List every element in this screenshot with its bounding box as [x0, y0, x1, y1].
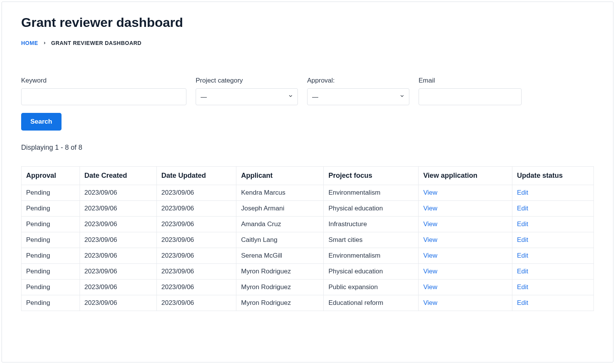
cell-approval: Pending [22, 264, 80, 280]
cell-project-focus: Public expansion [324, 280, 419, 295]
cell-view: View [419, 217, 512, 232]
results-summary: Displaying 1 - 8 of 8 [21, 144, 594, 152]
table-row: Pending2023/09/062023/09/06Amanda CruzIn… [22, 217, 594, 232]
col-project-focus: Project focus [324, 167, 419, 185]
cell-update: Edit [512, 201, 594, 217]
cell-applicant: Caitlyn Lang [236, 232, 324, 248]
edit-link[interactable]: Edit [517, 283, 528, 291]
cell-date-created: 2023/09/06 [80, 201, 156, 217]
edit-link[interactable]: Edit [517, 205, 528, 212]
applications-table: Approval Date Created Date Updated Appli… [21, 166, 594, 311]
col-approval: Approval [22, 167, 80, 185]
cell-date-updated: 2023/09/06 [156, 201, 236, 217]
view-link[interactable]: View [423, 283, 437, 291]
filter-approval: Approval: — [307, 77, 409, 105]
cell-project-focus: Physical education [324, 264, 419, 280]
cell-project-focus: Physical education [324, 201, 419, 217]
view-link[interactable]: View [423, 252, 437, 259]
cell-date-created: 2023/09/06 [80, 280, 156, 295]
filter-keyword: Keyword [21, 77, 186, 105]
cell-project-focus: Educational reform [324, 295, 419, 311]
cell-applicant: Kendra Marcus [236, 185, 324, 201]
cell-approval: Pending [22, 248, 80, 264]
table-row: Pending2023/09/062023/09/06Myron Rodrigu… [22, 264, 594, 280]
table-row: Pending2023/09/062023/09/06Serena McGill… [22, 248, 594, 264]
table-row: Pending2023/09/062023/09/06Joseph Armani… [22, 201, 594, 217]
cell-date-created: 2023/09/06 [80, 295, 156, 311]
edit-link[interactable]: Edit [517, 268, 528, 275]
cell-approval: Pending [22, 232, 80, 248]
cell-applicant: Myron Rodriguez [236, 280, 324, 295]
keyword-input[interactable] [21, 88, 186, 105]
view-link[interactable]: View [423, 189, 437, 196]
chevron-right-icon [43, 40, 47, 46]
filter-email: Email [419, 77, 522, 105]
cell-update: Edit [512, 185, 594, 201]
cell-approval: Pending [22, 201, 80, 217]
cell-view: View [419, 248, 512, 264]
edit-link[interactable]: Edit [517, 252, 528, 259]
cell-date-created: 2023/09/06 [80, 185, 156, 201]
breadcrumb-home[interactable]: Home [21, 40, 38, 46]
cell-date-updated: 2023/09/06 [156, 232, 236, 248]
cell-update: Edit [512, 295, 594, 311]
cell-update: Edit [512, 280, 594, 295]
edit-link[interactable]: Edit [517, 299, 528, 306]
cell-date-updated: 2023/09/06 [156, 280, 236, 295]
cell-approval: Pending [22, 217, 80, 232]
cell-applicant: Amanda Cruz [236, 217, 324, 232]
col-applicant: Applicant [236, 167, 324, 185]
email-label: Email [419, 77, 522, 84]
cell-date-created: 2023/09/06 [80, 217, 156, 232]
cell-date-updated: 2023/09/06 [156, 248, 236, 264]
cell-approval: Pending [22, 295, 80, 311]
cell-date-created: 2023/09/06 [80, 248, 156, 264]
table-header-row: Approval Date Created Date Updated Appli… [22, 167, 594, 185]
view-link[interactable]: View [423, 236, 437, 243]
filter-row: Keyword Project category — Approval: — [21, 77, 594, 105]
edit-link[interactable]: Edit [517, 220, 528, 228]
cell-applicant: Myron Rodriguez [236, 295, 324, 311]
approval-label: Approval: [307, 77, 409, 84]
cell-update: Edit [512, 248, 594, 264]
view-link[interactable]: View [423, 268, 437, 275]
breadcrumb-current: Grant reviewer dashboard [51, 40, 141, 46]
edit-link[interactable]: Edit [517, 236, 528, 243]
col-date-updated: Date Updated [156, 167, 236, 185]
approval-select[interactable]: — [307, 88, 409, 105]
view-link[interactable]: View [423, 299, 437, 306]
filter-project-category: Project category — [196, 77, 298, 105]
cell-applicant: Myron Rodriguez [236, 264, 324, 280]
email-input[interactable] [419, 88, 522, 105]
breadcrumb: Home Grant reviewer dashboard [21, 40, 594, 46]
table-row: Pending2023/09/062023/09/06Myron Rodrigu… [22, 280, 594, 295]
cell-date-updated: 2023/09/06 [156, 185, 236, 201]
cell-view: View [419, 295, 512, 311]
cell-project-focus: Infrastructure [324, 217, 419, 232]
table-row: Pending2023/09/062023/09/06Kendra Marcus… [22, 185, 594, 201]
cell-date-updated: 2023/09/06 [156, 217, 236, 232]
keyword-label: Keyword [21, 77, 186, 84]
category-select[interactable]: — [196, 88, 298, 105]
cell-update: Edit [512, 264, 594, 280]
col-view: View application [419, 167, 512, 185]
cell-view: View [419, 232, 512, 248]
edit-link[interactable]: Edit [517, 189, 528, 196]
search-button[interactable]: Search [21, 113, 62, 131]
col-update: Update status [512, 167, 594, 185]
cell-date-created: 2023/09/06 [80, 232, 156, 248]
view-link[interactable]: View [423, 220, 437, 228]
cell-update: Edit [512, 217, 594, 232]
cell-date-updated: 2023/09/06 [156, 264, 236, 280]
cell-approval: Pending [22, 185, 80, 201]
table-row: Pending2023/09/062023/09/06Myron Rodrigu… [22, 295, 594, 311]
cell-project-focus: Environmentalism [324, 185, 419, 201]
cell-project-focus: Smart cities [324, 232, 419, 248]
view-link[interactable]: View [423, 205, 437, 212]
cell-applicant: Serena McGill [236, 248, 324, 264]
category-label: Project category [196, 77, 298, 84]
cell-date-created: 2023/09/06 [80, 264, 156, 280]
col-date-created: Date Created [80, 167, 156, 185]
cell-view: View [419, 264, 512, 280]
cell-applicant: Joseph Armani [236, 201, 324, 217]
